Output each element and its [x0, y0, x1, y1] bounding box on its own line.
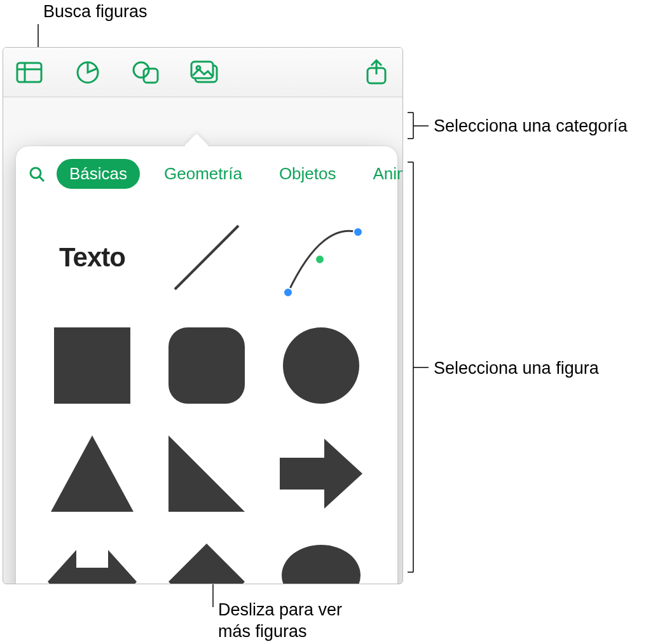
- search-icon[interactable]: [29, 165, 45, 184]
- toolbar: [3, 48, 402, 97]
- shapes-popover: Básicas Geometría Objetos Animales Texto: [16, 146, 397, 584]
- svg-line-12: [39, 177, 44, 181]
- app-window: Básicas Geometría Objetos Animales Texto: [3, 47, 403, 584]
- shape-speech-bubble[interactable]: [277, 540, 366, 584]
- category-bar: Básicas Geometría Objetos Animales: [16, 146, 397, 195]
- photos-icon[interactable]: [190, 58, 219, 87]
- shape-triangle[interactable]: [48, 432, 137, 515]
- svg-point-15: [354, 228, 362, 236]
- shape-rounded-square[interactable]: [162, 324, 251, 407]
- shape-right-triangle[interactable]: [162, 432, 251, 515]
- svg-marker-24: [168, 544, 245, 584]
- chart-icon[interactable]: [73, 58, 102, 87]
- shapes-grid: Texto: [16, 197, 397, 584]
- svg-point-4: [134, 62, 149, 78]
- shape-text[interactable]: Texto: [48, 216, 137, 299]
- text-shape-label: Texto: [59, 242, 125, 273]
- tab-geometria[interactable]: Geometría: [151, 159, 255, 189]
- svg-point-19: [283, 327, 359, 404]
- svg-point-11: [31, 168, 41, 178]
- shape-square[interactable]: [48, 324, 137, 407]
- svg-point-14: [284, 288, 292, 297]
- tab-basicas[interactable]: Básicas: [57, 159, 140, 189]
- shape-arrow-right[interactable]: [277, 432, 366, 515]
- shape-diamond[interactable]: [162, 540, 251, 584]
- shape-double-arrow[interactable]: [48, 540, 137, 584]
- svg-rect-18: [168, 327, 245, 404]
- svg-point-25: [282, 545, 361, 584]
- shape-line[interactable]: [162, 216, 251, 299]
- svg-point-16: [315, 255, 324, 264]
- svg-rect-0: [17, 63, 41, 82]
- svg-marker-23: [48, 550, 137, 584]
- tab-objetos[interactable]: Objetos: [266, 159, 349, 189]
- svg-line-13: [175, 226, 238, 289]
- shape-curve[interactable]: [277, 216, 366, 299]
- table-icon[interactable]: [15, 58, 44, 87]
- svg-marker-22: [280, 439, 362, 509]
- svg-rect-7: [191, 62, 213, 78]
- shapes-scroll-area[interactable]: Texto: [16, 197, 397, 584]
- share-icon[interactable]: [362, 58, 391, 87]
- svg-marker-21: [168, 435, 245, 512]
- tab-animales[interactable]: Animales: [360, 159, 403, 189]
- svg-marker-20: [51, 435, 134, 512]
- svg-rect-17: [54, 327, 130, 404]
- shapes-icon[interactable]: [132, 58, 161, 87]
- shape-circle[interactable]: [277, 324, 366, 407]
